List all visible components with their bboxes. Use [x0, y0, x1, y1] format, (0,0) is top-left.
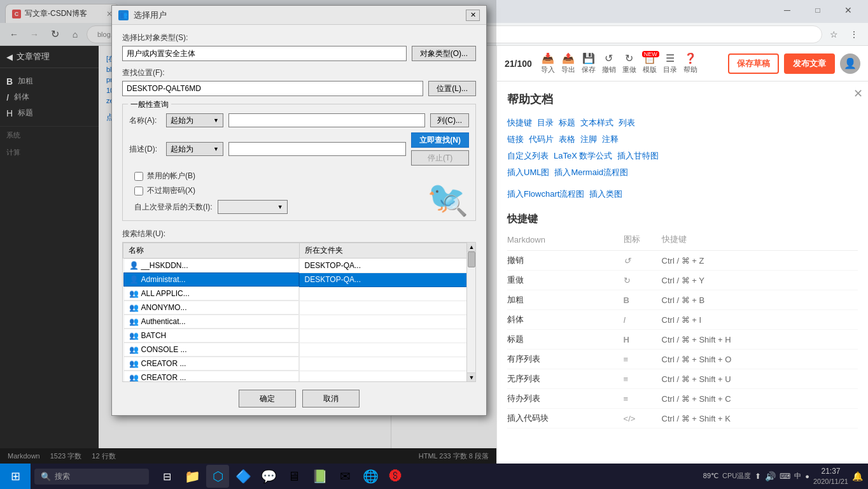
save-draft-btn[interactable]: 保存草稿: [728, 53, 779, 74]
taskbar-app-1[interactable]: 🔷: [232, 465, 255, 488]
help-tag-footnote[interactable]: 注脚: [580, 134, 597, 145]
help-tag-toc[interactable]: 目录: [537, 117, 554, 129]
win-close[interactable]: ✕: [834, 1, 863, 19]
days-dropdown-arrow: ▼: [277, 204, 283, 210]
no-expire-pwd-checkbox[interactable]: [134, 187, 143, 195]
toolbar-toc[interactable]: ☰ 目录: [663, 52, 677, 74]
toolbar-help[interactable]: ❓ 帮助: [683, 52, 697, 74]
help-tag-gantt[interactable]: 插入甘特图: [617, 150, 659, 162]
taskbar-search-icon: 🔍: [41, 472, 51, 481]
result-folder-5: [299, 329, 475, 343]
disabled-accounts-checkbox[interactable]: [134, 172, 143, 181]
help-tags-row5: 插入Flowchart流程图 插入类图: [507, 188, 858, 200]
help-tag-annotation[interactable]: 注释: [602, 134, 619, 145]
help-tag-mermaid[interactable]: 插入Mermaid流程图: [554, 167, 628, 178]
edge-icon: ⬡: [213, 469, 223, 484]
taskview-btn[interactable]: ⊟: [155, 465, 178, 488]
result-row-0[interactable]: 👤 __HSKDDN... DESKTOP-QA...: [123, 259, 475, 273]
help-tag-custom-list[interactable]: 自定义列表: [507, 150, 549, 162]
export-label: 导出: [561, 65, 575, 74]
result-row-5[interactable]: 👥 BATCH: [123, 329, 475, 343]
results-container[interactable]: 名称 所在文件夹 👤 __HSKDDN... DESKTOP-QA...: [122, 242, 476, 382]
bookmark-btn[interactable]: ☆: [825, 25, 843, 43]
taskbar-app-5[interactable]: ✉: [333, 465, 356, 488]
result-row-6[interactable]: 👥 CONSOLE ...: [123, 343, 475, 357]
dialog-close-btn[interactable]: ✕: [466, 10, 480, 21]
result-folder-6: [299, 343, 475, 357]
toolbar-export[interactable]: 📤 导出: [561, 52, 575, 74]
stop-btn[interactable]: 停止(T): [411, 150, 469, 166]
result-row-2[interactable]: 👥 ALL APPLIC...: [123, 287, 475, 301]
start-button[interactable]: ⊞: [0, 464, 31, 489]
help-tag-uml[interactable]: 插入UML图: [507, 167, 549, 178]
win-minimize[interactable]: ─: [773, 1, 802, 19]
taskbar-clock[interactable]: 21:37 2020/11/21: [813, 467, 848, 486]
taskbar-app-edge[interactable]: ⬡: [206, 465, 229, 488]
app6-icon: 🌐: [363, 469, 379, 484]
shortcut-row-unordered-list: 无序列表 ≡ Ctrl / ⌘ + Shift + U: [507, 369, 858, 389]
taskbar-app-explorer[interactable]: 📁: [181, 465, 204, 488]
results-scrollbar-track[interactable]: ▲ ▼: [466, 243, 475, 381]
user-icon-2: 👥: [129, 289, 139, 298]
taskbar-app-7[interactable]: 🅢: [384, 465, 407, 488]
result-row-3[interactable]: 👥 ANONYMO...: [123, 301, 475, 315]
tray-notification[interactable]: 🔔: [852, 471, 863, 481]
location-btn[interactable]: 位置(L)...: [428, 81, 476, 96]
results-scrollbar-down[interactable]: ▼: [467, 372, 476, 381]
close-help-btn[interactable]: ✕: [853, 87, 863, 101]
search-now-btn[interactable]: 立即查找(N): [411, 132, 469, 148]
help-tag-title[interactable]: 标题: [559, 117, 575, 129]
results-scrollbar-thumb[interactable]: [468, 252, 475, 267]
menu-btn[interactable]: ⋮: [845, 25, 863, 43]
help-tag-textstyle[interactable]: 文本样式: [580, 117, 613, 129]
tray-ime[interactable]: ●: [805, 472, 809, 480]
toolbar-save[interactable]: 💾 保存: [582, 52, 596, 74]
name-input[interactable]: [228, 113, 425, 127]
app1-icon: 🔷: [235, 469, 251, 484]
location-row: 查找位置(F): 位置(L)...: [122, 67, 476, 96]
taskbar-app-6[interactable]: 🌐: [359, 465, 382, 488]
win-maximize[interactable]: □: [803, 1, 832, 19]
result-row-4[interactable]: 👥 Authenticat...: [123, 315, 475, 329]
tray-lang[interactable]: 中: [794, 471, 801, 481]
help-tag-shortcuts[interactable]: 快捷键: [507, 117, 532, 129]
location-input[interactable]: [122, 81, 423, 96]
sc-markdown-redo: 重做: [507, 271, 624, 290]
toolbar-undo[interactable]: ↺ 撤销: [602, 52, 616, 74]
name-dropdown[interactable]: 起始为 ▼: [166, 113, 223, 127]
desc-input[interactable]: [228, 142, 406, 156]
help-tag-classdiag[interactable]: 插入类图: [589, 188, 622, 200]
result-row-1[interactable]: 👤 Administrat... DESKTOP-QA...: [123, 273, 475, 287]
help-tag-code[interactable]: 代码片: [529, 134, 554, 145]
help-tag-latex[interactable]: LaTeX 数学公式: [554, 150, 612, 162]
toc-label: 目录: [663, 65, 677, 74]
taskbar-app-2[interactable]: 💬: [257, 465, 280, 488]
result-row-7[interactable]: 👥 CREATOR ...: [123, 357, 475, 371]
publish-btn[interactable]: 发布文章: [784, 53, 835, 74]
cancel-btn[interactable]: 取消: [302, 390, 360, 408]
toolbar-template[interactable]: 📋 模版 NEW: [643, 52, 657, 74]
sc-markdown-bold: 加粗: [507, 290, 624, 310]
taskbar-search-container[interactable]: 🔍 搜索: [34, 469, 149, 485]
help-tag-link[interactable]: 链接: [507, 134, 524, 145]
avatar[interactable]: 👤: [840, 53, 860, 74]
taskbar-app-4[interactable]: 📗: [308, 465, 331, 488]
days-dropdown[interactable]: ▼: [218, 200, 288, 214]
col-btn[interactable]: 列(C)...: [430, 113, 469, 127]
tray-volume-icon[interactable]: 🔊: [765, 471, 776, 481]
results-scrollbar-up[interactable]: ▲: [467, 243, 476, 252]
help-tag-flowchart[interactable]: 插入Flowchart流程图: [507, 188, 584, 200]
object-type-btn[interactable]: 对象类型(O)...: [412, 46, 476, 61]
help-tag-list[interactable]: 列表: [619, 117, 635, 129]
help-tag-table[interactable]: 表格: [559, 134, 575, 145]
confirm-btn[interactable]: 确定: [239, 390, 296, 408]
user-icon-0: 👤: [129, 261, 139, 270]
result-name-7: 👥 CREATOR ...: [123, 357, 299, 371]
toolbar-redo[interactable]: ↻ 重做: [622, 52, 636, 74]
toolbar-import[interactable]: 📥 导入: [541, 52, 555, 74]
desc-dropdown[interactable]: 起始为 ▼: [166, 142, 223, 156]
help-tags-row3: 自定义列表 LaTeX 数学公式 插入甘特图: [507, 150, 858, 162]
taskbar-app-3[interactable]: 🖥: [283, 465, 305, 488]
result-row-8[interactable]: 👥 CREATOR ...: [123, 371, 475, 382]
object-type-input[interactable]: [122, 46, 407, 61]
